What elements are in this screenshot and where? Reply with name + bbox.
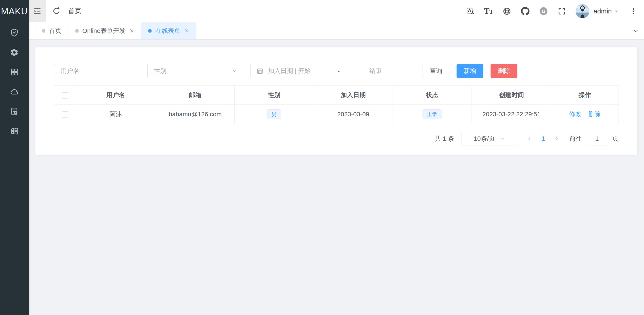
globe-button[interactable] — [503, 7, 511, 16]
row-checkbox[interactable] — [62, 112, 68, 118]
row-action-1[interactable]: 删除 — [588, 111, 601, 118]
breadcrumb: 首页 — [68, 6, 82, 16]
date-end-placeholder: 结束 — [342, 67, 409, 75]
shield-check-icon — [10, 28, 19, 37]
translate-button[interactable] — [466, 7, 474, 16]
select-all-checkbox[interactable] — [62, 92, 68, 99]
row-action-0[interactable]: 修改 — [569, 111, 582, 118]
page-size-select[interactable]: 10条/页 — [461, 132, 518, 146]
tabbar: 首页Online表单开发在线表单 — [29, 22, 644, 40]
globe-icon — [503, 7, 511, 16]
join-date-range-picker[interactable]: 加入日期 | 开始 - 结束 — [250, 64, 416, 78]
cell-join-date: 2023-03-09 — [314, 105, 393, 124]
search-button[interactable]: 查询 — [422, 64, 450, 78]
tab-label: Online表单开发 — [82, 26, 126, 35]
sidebar-item-online-form[interactable] — [0, 102, 29, 121]
next-page-button[interactable] — [550, 132, 564, 146]
tab-dropdown-button[interactable] — [627, 22, 644, 40]
goto-label: 前往 — [569, 134, 582, 143]
page-size-value: 10条/页 — [474, 134, 495, 143]
gear-icon — [10, 48, 19, 57]
avatar[interactable] — [576, 4, 590, 18]
github-icon — [521, 7, 530, 16]
header-actions: TTG — [466, 7, 566, 16]
online-form-card: 性别 加入日期 | 开始 - 结束 查询 新增 删除 用户名邮箱性别加入日期状态… — [35, 47, 637, 155]
avatar-image — [576, 4, 590, 18]
chevron-down-icon[interactable] — [614, 8, 620, 14]
form-check-icon — [10, 107, 19, 116]
add-button[interactable]: 新增 — [456, 64, 484, 78]
sidebar-item-apps[interactable] — [0, 62, 29, 82]
chevron-down-icon — [632, 28, 639, 34]
sidebar: MAKU — [0, 0, 29, 315]
gender-tag: 男 — [267, 110, 281, 119]
tab-label: 在线表单 — [155, 26, 180, 35]
username[interactable]: admin — [594, 8, 612, 15]
date-start-placeholder: 加入日期 | 开始 — [264, 67, 335, 75]
select-all-cell — [54, 86, 76, 105]
app-logo[interactable]: MAKU — [0, 0, 29, 22]
sidebar-item-cloud[interactable] — [0, 82, 29, 102]
column-header-2[interactable]: 性别 — [235, 86, 314, 105]
font-size-icon: TT — [484, 7, 493, 15]
table-row: 阿沐babamu@126.com男2023-03-09正常2023-03-22 … — [54, 105, 618, 124]
font-size-button[interactable]: TT — [484, 7, 493, 16]
refresh-button[interactable] — [52, 7, 61, 16]
refresh-icon — [52, 7, 61, 15]
cell-created-at: 2023-03-22 22:29:51 — [472, 105, 552, 124]
gender-select-placeholder: 性别 — [154, 67, 232, 75]
pagination-total: 共 1 条 — [435, 134, 454, 143]
chevron-right-icon — [554, 136, 560, 142]
chevron-down-icon — [500, 136, 506, 142]
column-header-3[interactable]: 加入日期 — [314, 86, 393, 105]
column-header-0[interactable]: 用户名 — [76, 86, 156, 105]
sidebar-item-layout[interactable] — [0, 121, 29, 141]
grid-icon — [10, 68, 19, 76]
tabbar-tabs: 首页Online表单开发在线表单 — [35, 22, 196, 40]
pagination: 共 1 条 10条/页 1 前往 页 — [54, 132, 618, 146]
delete-button[interactable]: 删除 — [490, 64, 518, 78]
layout-grid-icon — [10, 127, 19, 136]
sidebar-nav — [0, 22, 29, 141]
page-unit-label: 页 — [612, 134, 618, 143]
column-header-1[interactable]: 邮箱 — [156, 86, 235, 105]
chevron-left-icon — [526, 136, 532, 142]
cell-username: 阿沐 — [76, 105, 156, 124]
more-menu-button[interactable] — [630, 8, 637, 15]
translate-icon — [466, 7, 474, 16]
column-header-5[interactable]: 创建时间 — [472, 86, 552, 105]
tab-2[interactable]: 在线表单 — [141, 22, 196, 40]
github-button[interactable] — [521, 7, 530, 16]
close-icon[interactable] — [184, 28, 189, 34]
tab-label: 首页 — [49, 26, 62, 35]
column-header-6[interactable]: 操作 — [552, 86, 618, 105]
fullscreen-button[interactable] — [558, 7, 566, 16]
cell-actions: 修改删除 — [552, 105, 618, 124]
tab-1[interactable]: Online表单开发 — [68, 22, 141, 40]
sidebar-item-settings[interactable] — [0, 42, 29, 62]
close-icon[interactable] — [129, 28, 134, 34]
gitee-button[interactable]: G — [539, 7, 548, 16]
table-header-row: 用户名邮箱性别加入日期状态创建时间操作 — [54, 86, 618, 105]
row-select-cell — [54, 105, 76, 124]
goto-page-input[interactable] — [586, 132, 608, 146]
date-separator: - — [335, 67, 342, 74]
tab-status-dot — [148, 29, 152, 33]
tab-0[interactable]: 首页 — [35, 22, 68, 40]
page-number-1[interactable]: 1 — [536, 132, 550, 146]
prev-page-button[interactable] — [523, 132, 536, 146]
svg-text:G: G — [542, 8, 546, 14]
sidebar-fold-button[interactable] — [29, 0, 46, 22]
sidebar-item-auth[interactable] — [0, 23, 29, 42]
gender-select[interactable]: 性别 — [148, 64, 243, 78]
column-header-4[interactable]: 状态 — [393, 86, 472, 105]
username-input[interactable] — [54, 64, 140, 78]
cell-status: 正常 — [393, 105, 472, 124]
chevron-down-icon — [232, 68, 238, 74]
cloud-icon — [10, 87, 19, 96]
topbar: 首页 TTG admin — [29, 0, 644, 22]
cell-gender: 男 — [235, 105, 314, 124]
status-tag: 正常 — [422, 110, 442, 119]
tab-status-dot — [42, 29, 46, 33]
kebab-icon — [630, 8, 637, 15]
